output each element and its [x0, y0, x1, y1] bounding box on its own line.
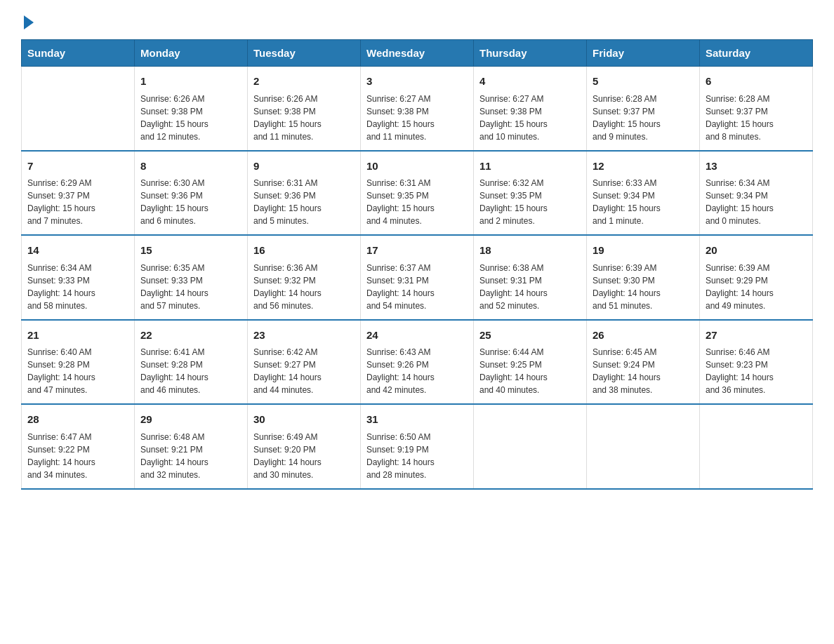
calendar-cell: 23Sunrise: 6:42 AM Sunset: 9:27 PM Dayli…	[248, 320, 361, 405]
calendar-cell: 16Sunrise: 6:36 AM Sunset: 9:32 PM Dayli…	[248, 235, 361, 320]
weekday-header-monday: Monday	[135, 40, 248, 67]
weekday-header-row: SundayMondayTuesdayWednesdayThursdayFrid…	[22, 40, 813, 67]
day-number: 13	[706, 159, 807, 175]
day-number: 14	[27, 243, 128, 259]
day-info: Sunrise: 6:34 AM Sunset: 9:33 PM Dayligh…	[27, 262, 128, 312]
calendar-cell: 10Sunrise: 6:31 AM Sunset: 9:35 PM Dayli…	[361, 151, 474, 236]
day-number: 16	[253, 243, 355, 259]
calendar-cell: 17Sunrise: 6:37 AM Sunset: 9:31 PM Dayli…	[361, 235, 474, 320]
calendar-cell: 15Sunrise: 6:35 AM Sunset: 9:33 PM Dayli…	[135, 235, 248, 320]
calendar-cell: 6Sunrise: 6:28 AM Sunset: 9:37 PM Daylig…	[700, 67, 813, 151]
calendar-cell: 31Sunrise: 6:50 AM Sunset: 9:19 PM Dayli…	[361, 404, 474, 489]
day-number: 23	[253, 328, 355, 344]
day-info: Sunrise: 6:37 AM Sunset: 9:31 PM Dayligh…	[366, 262, 468, 312]
calendar-cell: 13Sunrise: 6:34 AM Sunset: 9:34 PM Dayli…	[700, 151, 813, 236]
calendar-week-row: 21Sunrise: 6:40 AM Sunset: 9:28 PM Dayli…	[22, 320, 813, 405]
day-number: 20	[706, 243, 807, 259]
day-info: Sunrise: 6:36 AM Sunset: 9:32 PM Dayligh…	[253, 262, 355, 312]
calendar-cell: 8Sunrise: 6:30 AM Sunset: 9:36 PM Daylig…	[135, 151, 248, 236]
day-number: 3	[366, 74, 468, 90]
day-number: 7	[27, 159, 128, 175]
day-info: Sunrise: 6:41 AM Sunset: 9:28 PM Dayligh…	[140, 346, 241, 396]
calendar-week-row: 14Sunrise: 6:34 AM Sunset: 9:33 PM Dayli…	[22, 235, 813, 320]
day-info: Sunrise: 6:28 AM Sunset: 9:37 PM Dayligh…	[593, 93, 694, 143]
day-info: Sunrise: 6:38 AM Sunset: 9:31 PM Dayligh…	[479, 262, 581, 312]
calendar-cell: 5Sunrise: 6:28 AM Sunset: 9:37 PM Daylig…	[587, 67, 700, 151]
calendar-week-row: 7Sunrise: 6:29 AM Sunset: 9:37 PM Daylig…	[22, 151, 813, 236]
day-info: Sunrise: 6:34 AM Sunset: 9:34 PM Dayligh…	[706, 177, 807, 227]
day-info: Sunrise: 6:46 AM Sunset: 9:23 PM Dayligh…	[706, 346, 807, 396]
calendar-cell: 22Sunrise: 6:41 AM Sunset: 9:28 PM Dayli…	[135, 320, 248, 405]
day-number: 19	[593, 243, 694, 259]
day-info: Sunrise: 6:27 AM Sunset: 9:38 PM Dayligh…	[479, 93, 581, 143]
calendar-cell: 9Sunrise: 6:31 AM Sunset: 9:36 PM Daylig…	[248, 151, 361, 236]
calendar-cell: 1Sunrise: 6:26 AM Sunset: 9:38 PM Daylig…	[135, 67, 248, 151]
calendar-cell	[587, 404, 700, 489]
day-number: 1	[140, 74, 241, 90]
calendar-cell: 20Sunrise: 6:39 AM Sunset: 9:29 PM Dayli…	[700, 235, 813, 320]
day-number: 2	[253, 74, 355, 90]
day-number: 22	[140, 328, 241, 344]
day-info: Sunrise: 6:33 AM Sunset: 9:34 PM Dayligh…	[593, 177, 694, 227]
day-info: Sunrise: 6:26 AM Sunset: 9:38 PM Dayligh…	[253, 93, 355, 143]
day-info: Sunrise: 6:26 AM Sunset: 9:38 PM Dayligh…	[140, 93, 241, 143]
day-info: Sunrise: 6:49 AM Sunset: 9:20 PM Dayligh…	[253, 431, 355, 481]
calendar-cell: 14Sunrise: 6:34 AM Sunset: 9:33 PM Dayli…	[22, 235, 135, 320]
day-number: 25	[479, 328, 581, 344]
weekday-header-tuesday: Tuesday	[248, 40, 361, 67]
day-info: Sunrise: 6:30 AM Sunset: 9:36 PM Dayligh…	[140, 177, 241, 227]
page-header	[21, 14, 813, 27]
calendar-header: SundayMondayTuesdayWednesdayThursdayFrid…	[22, 40, 813, 67]
weekday-header-wednesday: Wednesday	[361, 40, 474, 67]
day-info: Sunrise: 6:42 AM Sunset: 9:27 PM Dayligh…	[253, 346, 355, 396]
calendar-cell: 3Sunrise: 6:27 AM Sunset: 9:38 PM Daylig…	[361, 67, 474, 151]
day-info: Sunrise: 6:31 AM Sunset: 9:36 PM Dayligh…	[253, 177, 355, 227]
calendar-week-row: 28Sunrise: 6:47 AM Sunset: 9:22 PM Dayli…	[22, 404, 813, 489]
calendar-body: 1Sunrise: 6:26 AM Sunset: 9:38 PM Daylig…	[22, 67, 813, 489]
calendar-cell: 18Sunrise: 6:38 AM Sunset: 9:31 PM Dayli…	[474, 235, 587, 320]
logo-arrow-icon	[24, 15, 34, 29]
day-number: 8	[140, 159, 241, 175]
day-number: 29	[140, 412, 241, 428]
calendar-cell: 2Sunrise: 6:26 AM Sunset: 9:38 PM Daylig…	[248, 67, 361, 151]
day-info: Sunrise: 6:45 AM Sunset: 9:24 PM Dayligh…	[593, 346, 694, 396]
day-number: 28	[27, 412, 128, 428]
calendar-cell: 19Sunrise: 6:39 AM Sunset: 9:30 PM Dayli…	[587, 235, 700, 320]
day-info: Sunrise: 6:40 AM Sunset: 9:28 PM Dayligh…	[27, 346, 128, 396]
calendar-cell: 25Sunrise: 6:44 AM Sunset: 9:25 PM Dayli…	[474, 320, 587, 405]
calendar-cell: 24Sunrise: 6:43 AM Sunset: 9:26 PM Dayli…	[361, 320, 474, 405]
day-number: 12	[593, 159, 694, 175]
day-info: Sunrise: 6:48 AM Sunset: 9:21 PM Dayligh…	[140, 431, 241, 481]
day-number: 6	[706, 74, 807, 90]
calendar-cell: 29Sunrise: 6:48 AM Sunset: 9:21 PM Dayli…	[135, 404, 248, 489]
day-number: 27	[706, 328, 807, 344]
day-info: Sunrise: 6:39 AM Sunset: 9:30 PM Dayligh…	[593, 262, 694, 312]
calendar-cell: 28Sunrise: 6:47 AM Sunset: 9:22 PM Dayli…	[22, 404, 135, 489]
calendar-cell: 27Sunrise: 6:46 AM Sunset: 9:23 PM Dayli…	[700, 320, 813, 405]
day-info: Sunrise: 6:39 AM Sunset: 9:29 PM Dayligh…	[706, 262, 807, 312]
calendar-cell: 7Sunrise: 6:29 AM Sunset: 9:37 PM Daylig…	[22, 151, 135, 236]
day-number: 10	[366, 159, 468, 175]
day-info: Sunrise: 6:29 AM Sunset: 9:37 PM Dayligh…	[27, 177, 128, 227]
weekday-header-saturday: Saturday	[700, 40, 813, 67]
calendar-cell	[700, 404, 813, 489]
calendar-cell	[22, 67, 135, 151]
day-number: 15	[140, 243, 241, 259]
day-info: Sunrise: 6:27 AM Sunset: 9:38 PM Dayligh…	[366, 93, 468, 143]
day-number: 24	[366, 328, 468, 344]
day-info: Sunrise: 6:43 AM Sunset: 9:26 PM Dayligh…	[366, 346, 468, 396]
logo	[21, 14, 34, 27]
day-number: 26	[593, 328, 694, 344]
calendar-cell: 30Sunrise: 6:49 AM Sunset: 9:20 PM Dayli…	[248, 404, 361, 489]
calendar-cell: 11Sunrise: 6:32 AM Sunset: 9:35 PM Dayli…	[474, 151, 587, 236]
day-info: Sunrise: 6:44 AM Sunset: 9:25 PM Dayligh…	[479, 346, 581, 396]
day-number: 11	[479, 159, 581, 175]
day-number: 9	[253, 159, 355, 175]
day-number: 18	[479, 243, 581, 259]
day-number: 4	[479, 74, 581, 90]
day-number: 21	[27, 328, 128, 344]
day-info: Sunrise: 6:31 AM Sunset: 9:35 PM Dayligh…	[366, 177, 468, 227]
weekday-header-sunday: Sunday	[22, 40, 135, 67]
calendar-week-row: 1Sunrise: 6:26 AM Sunset: 9:38 PM Daylig…	[22, 67, 813, 151]
calendar-cell	[474, 404, 587, 489]
